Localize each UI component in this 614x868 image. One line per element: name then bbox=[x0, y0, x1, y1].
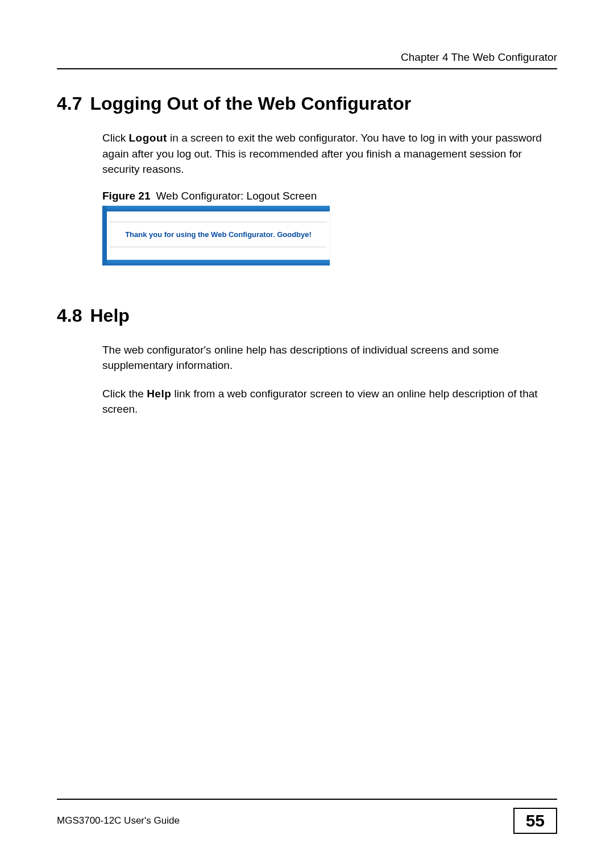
section-4-8-heading: 4.8Help bbox=[57, 305, 557, 326]
figure-21-caption: Figure 21Web Configurator: Logout Screen bbox=[102, 190, 557, 202]
text-fragment: in a screen to exit the web configurator… bbox=[102, 132, 542, 175]
section-4-7-heading: 4.7Logging Out of the Web Configurator bbox=[57, 93, 557, 114]
section-title: Logging Out of the Web Configurator bbox=[90, 93, 411, 114]
text-fragment: Click the bbox=[102, 388, 147, 400]
figure-padding bbox=[110, 247, 326, 259]
logout-keyword: Logout bbox=[128, 132, 167, 144]
figure-bottom-bar bbox=[107, 260, 330, 265]
help-keyword: Help bbox=[147, 388, 171, 400]
text-fragment: Click bbox=[102, 132, 128, 144]
logout-screen-figure: Thank you for using the Web Configurator… bbox=[102, 206, 330, 265]
section-4-7-paragraph: Click Logout in a screen to exit the web… bbox=[102, 130, 557, 177]
figure-caption-text: Web Configurator: Logout Screen bbox=[156, 190, 317, 202]
footer-guide-title: MGS3700-12C User's Guide bbox=[57, 815, 180, 827]
chapter-header: Chapter 4 The Web Configurator bbox=[57, 51, 557, 69]
page-footer: MGS3700-12C User's Guide 55 bbox=[57, 799, 557, 834]
section-4-8-paragraph-2: Click the Help link from a web configura… bbox=[102, 386, 557, 417]
section-number: 4.8 bbox=[57, 305, 82, 326]
section-title: Help bbox=[90, 305, 129, 326]
page-number: 55 bbox=[513, 808, 557, 834]
section-number: 4.7 bbox=[57, 93, 82, 114]
logout-message: Thank you for using the Web Configurator… bbox=[110, 222, 326, 247]
figure-body: Thank you for using the Web Configurator… bbox=[107, 211, 330, 260]
figure-label: Figure 21 bbox=[102, 190, 150, 202]
figure-top-bar bbox=[107, 206, 330, 211]
section-4-8-paragraph-1: The web configurator's online help has d… bbox=[102, 342, 557, 373]
